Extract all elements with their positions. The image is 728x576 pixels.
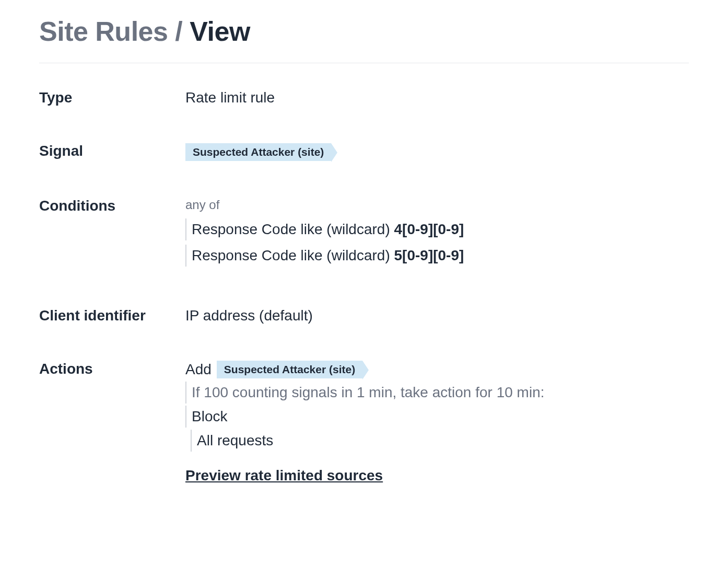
action-block-text: Block [185,406,689,428]
conditions-qualifier: any of [185,198,689,212]
breadcrumb-prefix: Site Rules / [39,16,190,47]
action-all-text: All requests [191,430,689,452]
header-divider [39,63,689,63]
condition-text: Response Code like (wildcard) [192,221,394,237]
row-type: Type Rate limit rule [39,89,689,106]
signal-label: Signal [39,143,185,161]
condition-item: Response Code like (wildcard) 4[0-9][0-9… [185,218,689,240]
actions-add-tag: Suspected Attacker (site) [217,361,362,378]
conditions-label: Conditions [39,198,185,271]
row-signal: Signal Suspected Attacker (site) [39,143,689,161]
row-conditions: Conditions any of Response Code like (wi… [39,198,689,271]
condition-text: Response Code like (wildcard) [192,247,394,263]
row-actions: Actions Add Suspected Attacker (site) If… [39,361,689,484]
signal-value: Suspected Attacker (site) [185,143,689,161]
breadcrumb-current: View [190,16,250,47]
actions-add-line: Add Suspected Attacker (site) [185,361,689,378]
actions-add-label: Add [185,361,212,378]
condition-pattern: 4[0-9][0-9] [394,221,464,237]
type-label: Type [39,89,185,106]
action-rule-text: If 100 counting signals in 1 min, take a… [185,382,689,404]
condition-item: Response Code like (wildcard) 5[0-9][0-9… [185,245,689,267]
type-value: Rate limit rule [185,89,689,106]
client-identifier-label: Client identifier [39,307,185,324]
condition-pattern: 5[0-9][0-9] [394,247,464,263]
signal-tag: Suspected Attacker (site) [185,143,331,161]
preview-rate-limited-link[interactable]: Preview rate limited sources [185,467,383,483]
conditions-value: any of Response Code like (wildcard) 4[0… [185,198,689,271]
page-title: Site Rules / View [39,16,689,47]
actions-value: Add Suspected Attacker (site) If 100 cou… [185,361,689,484]
client-identifier-value: IP address (default) [185,307,689,324]
actions-label: Actions [39,361,185,484]
row-client-identifier: Client identifier IP address (default) [39,307,689,324]
